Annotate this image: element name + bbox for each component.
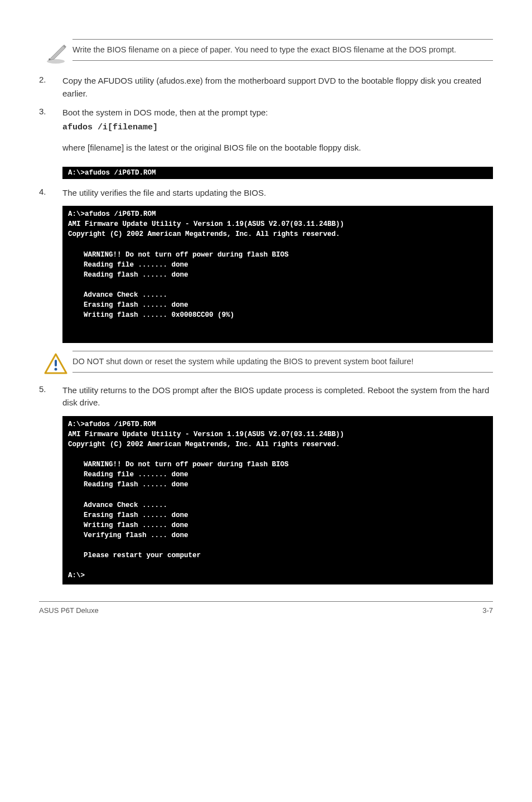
terminal-output-3: A:\>afudos /iP6TD.ROM AMI Firmware Updat… [62, 416, 493, 584]
step-after-text: where [filename] is the latest or the or… [62, 142, 493, 154]
step-4: 4. The utility verifies the file and sta… [39, 187, 493, 200]
terminal-output-2: A:\>afudos /iP6TD.ROM AMI Firmware Updat… [62, 206, 493, 342]
page-footer: ASUS P6T Deluxe 3-7 [39, 601, 493, 626]
svg-rect-5 [55, 360, 57, 366]
step-text: Boot the system in DOS mode, then at the… [62, 108, 268, 117]
step-number: 3. [39, 107, 62, 160]
pencil-icon [39, 39, 72, 65]
step-3: 3. Boot the system in DOS mode, then at … [39, 107, 493, 160]
footer-left: ASUS P6T Deluxe [39, 606, 99, 615]
svg-point-6 [55, 368, 57, 370]
page-content: Write the BIOS filename on a piece of pa… [0, 0, 532, 584]
note-callout: Write the BIOS filename on a piece of pa… [39, 39, 493, 65]
step-text: Copy the AFUDOS utility (afudos.exe) fro… [62, 75, 493, 100]
terminal-output-1: A:\>afudos /iP6TD.ROM [62, 167, 493, 179]
svg-marker-1 [49, 46, 65, 60]
footer-right: 3-7 [482, 606, 493, 615]
step-number: 5. [39, 384, 62, 409]
note-text: Write the BIOS filename on a piece of pa… [72, 39, 493, 61]
step-number: 4. [39, 187, 62, 200]
warning-icon [39, 351, 72, 374]
command-text: afudos /i[filename] [62, 122, 493, 134]
step-number: 2. [39, 75, 62, 100]
warning-callout: DO NOT shut down or reset the system whi… [39, 351, 493, 374]
step-5: 5. The utility returns to the DOS prompt… [39, 384, 493, 409]
step-text: The utility verifies the file and starts… [62, 187, 493, 200]
warning-text: DO NOT shut down or reset the system whi… [72, 351, 493, 373]
step-2: 2. Copy the AFUDOS utility (afudos.exe) … [39, 75, 493, 100]
step-text: The utility returns to the DOS prompt af… [62, 384, 493, 409]
step-body: Boot the system in DOS mode, then at the… [62, 107, 493, 160]
